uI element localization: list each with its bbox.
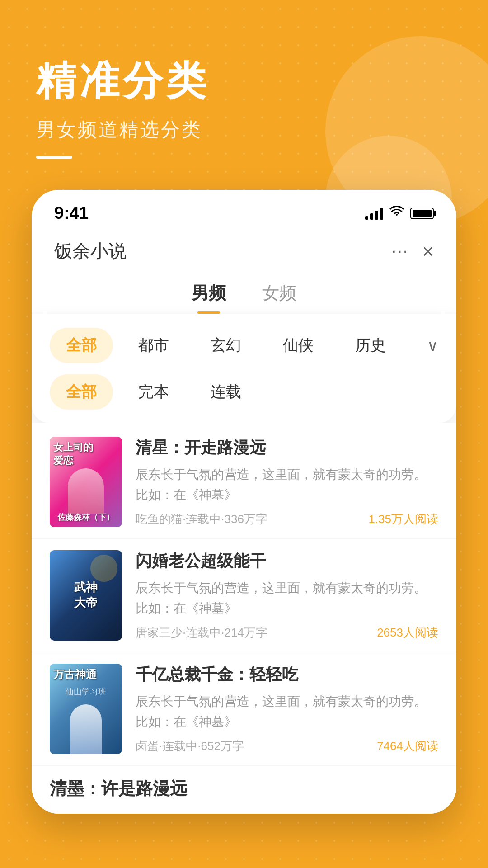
header-section: 精准分类 男女频道精选分类	[0, 0, 488, 186]
phone-mock: 9:41 饭余小说	[32, 190, 456, 814]
book-title: 千亿总裁千金：轻轻吃	[136, 664, 438, 686]
tab-bar: 男频 女频	[32, 273, 456, 314]
book-cover: 万古神通 仙山学习班	[50, 664, 122, 754]
book-info: 闪婚老公超级能干 辰东长于气氛的营造，这里面，就有蒙太奇的功劳。比如：在《神墓》…	[136, 550, 438, 641]
book-title: 清星：开走路漫远	[136, 437, 438, 459]
battery-icon	[410, 208, 434, 219]
app-header-actions: ··· ×	[392, 241, 434, 261]
genre-filter-all[interactable]: 全部	[50, 328, 113, 363]
genre-filter-fantasy[interactable]: 玄幻	[194, 328, 258, 363]
status-filter-complete[interactable]: 完本	[122, 374, 185, 410]
more-genres-button[interactable]: ∨	[427, 336, 438, 354]
status-icons	[365, 206, 434, 221]
status-time: 9:41	[54, 203, 89, 223]
book-meta: 卤蛋·连载中·652万字 7464人阅读	[136, 738, 438, 754]
book-meta-info: 吃鱼的猫·连载中·336万字	[136, 511, 267, 527]
genre-filter-row: 全部 都市 玄幻 仙侠 历史 ∨	[50, 328, 438, 363]
book-cover: 武神大帝	[50, 550, 122, 641]
list-item[interactable]: 清墨：许是路漫远	[32, 766, 456, 805]
book-cover: 女上司的爱恋 佐藤森林（下）	[50, 437, 122, 527]
table-row[interactable]: 女上司的爱恋 佐藤森林（下） 清星：开走路漫远 辰东长于气氛的营造，这里面，就有…	[32, 432, 456, 539]
tab-male[interactable]: 男频	[192, 282, 226, 314]
genre-filter-urban[interactable]: 都市	[122, 328, 185, 363]
more-button[interactable]: ···	[392, 241, 409, 261]
book-readers: 2653人阅读	[377, 625, 438, 641]
tab-female[interactable]: 女频	[262, 282, 296, 314]
book-description: 辰东长于气氛的营造，这里面，就有蒙太奇的功劳。比如：在《神墓》	[136, 692, 438, 732]
table-row[interactable]: 武神大帝 闪婚老公超级能干 辰东长于气氛的营造，这里面，就有蒙太奇的功劳。比如：…	[32, 539, 456, 652]
status-bar: 9:41	[32, 190, 456, 230]
filter-section: 全部 都市 玄幻 仙侠 历史 ∨ 全部 完本 连载	[32, 314, 456, 423]
page-subtitle: 男女频道精选分类	[36, 117, 452, 142]
app-header: 饭余小说 ··· ×	[32, 230, 456, 273]
status-filter-ongoing[interactable]: 连载	[194, 374, 258, 410]
genre-filter-history[interactable]: 历史	[339, 328, 402, 363]
book-meta: 吃鱼的猫·连载中·336万字 1.35万人阅读	[136, 511, 438, 527]
wifi-icon	[389, 206, 404, 221]
book-title: 闪婚老公超级能干	[136, 550, 438, 572]
book-meta-info: 唐家三少·连载中·214万字	[136, 625, 267, 641]
book-info: 清星：开走路漫远 辰东长于气氛的营造，这里面，就有蒙太奇的功劳。比如：在《神墓》…	[136, 437, 438, 527]
book-title-partial: 清墨：许是路漫远	[50, 777, 438, 800]
book-meta-info: 卤蛋·连载中·652万字	[136, 738, 244, 754]
book-description: 辰东长于气氛的营造，这里面，就有蒙太奇的功劳。比如：在《神墓》	[136, 578, 438, 619]
book-meta: 唐家三少·连载中·214万字 2653人阅读	[136, 625, 438, 641]
book-info: 千亿总裁千金：轻轻吃 辰东长于气氛的营造，这里面，就有蒙太奇的功劳。比如：在《神…	[136, 664, 438, 754]
book-description: 辰东长于气氛的营造，这里面，就有蒙太奇的功劳。比如：在《神墓》	[136, 465, 438, 505]
page-title: 精准分类	[36, 54, 452, 108]
status-filter-all[interactable]: 全部	[50, 374, 113, 410]
table-row[interactable]: 万古神通 仙山学习班 千亿总裁千金：轻轻吃 辰东长于气氛的营造，这里面，就有蒙太…	[32, 652, 456, 766]
status-filter-row: 全部 完本 连载	[50, 374, 438, 410]
app-title: 饭余小说	[54, 239, 127, 264]
book-list: 女上司的爱恋 佐藤森林（下） 清星：开走路漫远 辰东长于气氛的营造，这里面，就有…	[32, 423, 456, 814]
book-readers: 1.35万人阅读	[368, 511, 438, 527]
genre-filter-xianxia[interactable]: 仙侠	[267, 328, 330, 363]
close-button[interactable]: ×	[422, 241, 434, 261]
header-line	[36, 156, 72, 159]
book-readers: 7464人阅读	[377, 738, 438, 754]
signal-icon	[365, 207, 383, 220]
